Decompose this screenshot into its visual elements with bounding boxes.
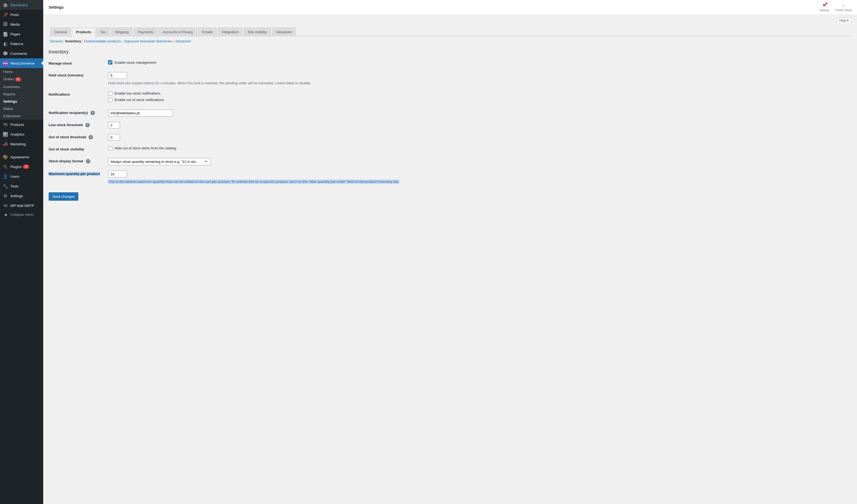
sidebar-item-label: Products [10,123,24,127]
sidebar-item-users[interactable]: 👤Users [0,171,43,181]
help-icon[interactable]: ? [86,159,90,163]
tab-tax[interactable]: Tax [97,28,110,36]
sidebar-submenu: HomeOrders81CustomersReportsSettingsStat… [0,68,43,120]
out-stock-notif-checkbox[interactable] [108,98,112,102]
sidebar-item-label: Dashboard [10,3,28,7]
sidebar-sub-reports[interactable]: Reports [0,90,43,98]
tab-shipping[interactable]: Shipping [111,28,133,36]
max-qty-desc: This is the default maximum quantity tha… [108,179,852,184]
sidebar-sub-settings[interactable]: Settings [0,98,43,105]
tools-icon: 🔧 [3,183,8,189]
hide-out-stock-checkbox[interactable] [108,146,112,150]
sidebar-item-analytics[interactable]: 📊Analytics [0,129,43,139]
tab-integration[interactable]: Integration [218,28,242,36]
manage-stock-label: Manage stock [49,60,108,65]
hold-stock-label: Hold stock (minutes) [49,72,108,77]
content-area: Help GeneralProductsTaxShippingPaymentsA… [43,15,857,206]
recipients-label: Notification recipient(s) ? [49,110,108,115]
collapse-menu[interactable]: ◀ Collapse menu [0,211,43,219]
collapse-label: Collapse menu [10,213,34,217]
flag-icon: ⚑ [822,3,826,9]
sidebar-item-dashboard[interactable]: 🏠Dashboard [0,0,43,10]
out-stock-notif-label: Enable out of stock notifications [115,98,164,102]
sidebar-item-label: Analytics [10,132,24,136]
patterns-icon: ◧ [3,41,8,47]
sidebar-sub-customers[interactable]: Customers [0,83,43,90]
help-tab[interactable]: Help [837,17,852,23]
circle-icon: ○ [842,3,845,9]
sidebar-item-comments[interactable]: 💬Comments [0,49,43,58]
section-title: Inventory [49,49,852,55]
low-threshold-label: Low stock threshold ? [49,122,108,128]
topbar-right: ⚑ Activity ○ Finish setup [820,3,852,12]
subtab-advanced[interactable]: Advanced [175,39,191,43]
sidebar-sub-orders[interactable]: Orders81 [0,75,43,83]
sub-navigation: General|Inventory|Downloadable products|… [49,36,852,46]
subtab-downloadable-products[interactable]: Downloadable products [84,39,121,43]
hold-stock-input[interactable] [108,72,127,79]
settings-tabs: GeneralProductsTaxShippingPaymentsAccoun… [49,28,852,36]
finish-setup-button[interactable]: ○ Finish setup [836,3,852,12]
marketing-icon: 📣 [3,141,8,147]
low-stock-notif-checkbox[interactable] [108,91,112,96]
out-visibility-label: Out of stock visibility [49,146,108,151]
help-icon[interactable]: ? [90,111,95,115]
separator: | [81,39,84,43]
sidebar-sub-status[interactable]: Status [0,105,43,112]
sidebar-item-wp-mail-smtp[interactable]: ✉WP Mail SMTP [0,201,43,211]
tab-advanced[interactable]: Advanced [272,28,296,36]
max-qty-input[interactable] [108,171,127,178]
save-button[interactable]: Save changes [49,192,78,201]
sidebar-item-plugins[interactable]: 🔌Plugins22 [0,162,43,171]
separator: | [172,39,175,43]
low-stock-notif-label: Enable low stock notifications [115,91,161,95]
sidebar-item-label: Settings [10,194,23,198]
recipients-input[interactable] [108,110,173,116]
products-icon: 🛍 [3,122,8,127]
sidebar-item-products[interactable]: 🛍Products [0,120,43,129]
sidebar-item-label: Posts [10,13,19,17]
tab-general[interactable]: General [50,28,71,36]
subtab-approved-download-directories[interactable]: Approved download directories [124,39,172,43]
sidebar-item-marketing[interactable]: 📣Marketing [0,139,43,149]
sidebar-item-label: Appearance [10,155,29,159]
sidebar-item-media[interactable]: 🖼Media [0,19,43,29]
help-icon[interactable]: ? [89,135,93,139]
sidebar-item-woocommerce[interactable]: wooWooCommerce [0,58,43,68]
tab-payments[interactable]: Payments [134,28,157,36]
tab-accounts-privacy[interactable]: Accounts & Privacy [158,28,197,36]
sidebar-item-tools[interactable]: 🔧Tools [0,181,43,191]
tab-products[interactable]: Products [72,28,95,36]
subtab-inventory[interactable]: Inventory [65,39,81,43]
tab-site-visibility[interactable]: Site visibility [244,28,271,36]
sidebar-item-label: Tools [10,184,18,188]
manage-stock-checkbox[interactable] [108,60,112,65]
plugins-icon: 🔌 [3,164,8,169]
sidebar-item-posts[interactable]: 📌Posts [0,10,43,19]
dashboard-icon: 🏠 [3,2,8,7]
sidebar-item-settings[interactable]: ⚙Settings [0,191,43,201]
comments-icon: 💬 [3,51,8,56]
out-threshold-label: Out of stock threshold ? [49,134,108,140]
sidebar-item-label: Comments [10,52,27,56]
tab-emails[interactable]: Emails [198,28,217,36]
sidebar-item-pages[interactable]: 📄Pages [0,29,43,39]
subtab-general[interactable]: General [50,39,62,43]
stock-display-select[interactable]: Always show quantity remaining in stock … [108,158,211,165]
appearance-icon: 🎨 [3,154,8,159]
low-threshold-input[interactable] [108,122,120,129]
sidebar-item-label: Media [10,22,20,27]
help-icon[interactable]: ? [85,123,90,127]
sidebar-item-label: WP Mail SMTP [10,204,34,208]
stock-display-label: Stock display format ? [49,158,108,164]
activity-button[interactable]: ⚑ Activity [820,3,829,12]
manage-stock-checkbox-label: Enable stock management [115,61,156,65]
sidebar-sub-extensions[interactable]: Extensions [0,112,43,120]
sidebar-item-patterns[interactable]: ◧Patterns [0,39,43,49]
max-qty-label: Maximum quantity per product [49,171,108,176]
sidebar-sub-home[interactable]: Home [0,68,43,75]
out-threshold-input[interactable] [108,134,120,141]
sidebar-item-label: Marketing [10,142,26,146]
sidebar-item-appearance[interactable]: 🎨Appearance [0,152,43,162]
activity-label: Activity [820,9,829,12]
